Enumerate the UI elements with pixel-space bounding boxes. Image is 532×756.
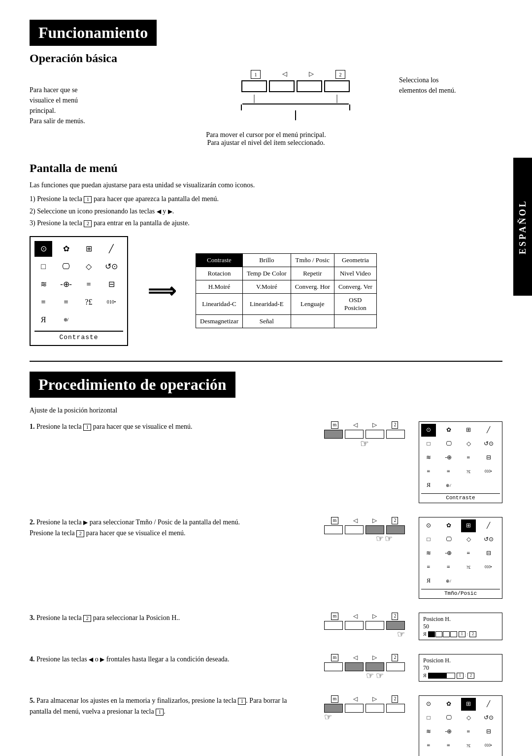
pantalla-menu: Pantalla de menú Las funciones que pueda… — [30, 162, 502, 346]
proc-section-title: Procedimiento de operación — [30, 372, 235, 398]
s2i-3: ⊞ — [461, 519, 476, 532]
s2i-13: ≡ — [421, 561, 436, 574]
s2i-10: -⊕ — [441, 547, 456, 560]
s4-btn2 — [345, 662, 364, 671]
s2i-12: ⊟ — [481, 547, 496, 560]
s2i-11: ≡ — [461, 547, 476, 560]
btn-label-right: ▷ — [309, 70, 314, 79]
si-15: ?£ — [461, 465, 476, 478]
s5i-3: ⊞ — [461, 698, 476, 711]
ctrl-btn-1[interactable] — [241, 80, 267, 92]
icon-adjust: -⊕- — [57, 276, 75, 292]
slider-3-value: 50 — [423, 623, 498, 630]
table-cell-0-0: Contraste — [196, 254, 243, 267]
left-line2: visualice el menú — [30, 95, 197, 105]
step-2-text: 2) Seleccione un icono presionando las t… — [30, 206, 502, 217]
s5-btn4 — [386, 704, 405, 713]
s2i-6: 🖵 — [441, 533, 456, 546]
s2i-2: ✿ — [441, 519, 456, 532]
s5i-20 — [481, 753, 496, 756]
ctrl-btn-2[interactable] — [324, 80, 350, 92]
s2i-5: □ — [421, 533, 436, 546]
section-divider — [30, 361, 502, 362]
icon-eq1: ≡ — [34, 294, 52, 310]
si-17: Я — [421, 479, 436, 492]
s5i-9: ≋ — [421, 725, 436, 738]
menu-icon-box: ⊙ ✿ ⊞ ╱ □ 🖵 ◇ ↺⊙ ≋ -⊕- ≡ ⊟ — [30, 236, 128, 346]
demo-arrow: ⟹ — [148, 279, 176, 303]
si-2: ✿ — [441, 424, 456, 437]
si-14: ≡ — [441, 465, 456, 478]
table-cell-0-1: Brillo — [242, 254, 291, 267]
btn-label-1: 1 — [251, 70, 261, 79]
s5i-17: Я — [421, 753, 436, 756]
s2-btn1 — [324, 525, 343, 534]
s2i-18: ⊕/ — [441, 575, 456, 587]
slider-3-title: Posicion H. — [423, 616, 498, 623]
step-1-text: 1) Presione la tecla 1 para hacer que ap… — [30, 194, 502, 205]
table-cell-4-3 — [334, 315, 376, 328]
table-cell-3-2: Lenguaje — [291, 294, 334, 315]
menu-table: Contraste Brillo Tmño / Posic Geometria … — [196, 253, 377, 328]
step-1-btn-diag: m ◁ ▷ 2 ☞ — [320, 421, 409, 449]
s2i-4: ╱ — [481, 519, 496, 532]
s5i-15: ?£ — [461, 739, 476, 752]
small-icon-grid-5: ⊙ ✿ ⊞ ╱ □ 🖵 ◇ ↺⊙ ≋ -⊕ ≡ ⊟ ≡ ≡ ?£ 010• Я — [421, 698, 500, 756]
ctrl-btn-right[interactable] — [297, 80, 322, 92]
s5i-8: ↺⊙ — [481, 712, 496, 724]
step-2-text: 2. Presione la tecla ▶ para seleccionar … — [30, 517, 310, 539]
table-cell-1-2: Repetir — [291, 267, 334, 280]
slider-4-value: 70 — [423, 664, 498, 672]
right-line2: elementos del menú. — [399, 85, 502, 96]
icon-lang: Я — [34, 312, 52, 328]
icon-io: ↺⊙ — [102, 259, 120, 275]
pantalla-menu-title: Pantalla de menú — [30, 162, 502, 175]
table-cell-2-0: H.Moiré — [196, 280, 243, 294]
s5i-13: ≡ — [421, 739, 436, 752]
s1-finger: ☞ — [360, 438, 369, 449]
table-cell-1-1: Temp De Color — [242, 267, 291, 280]
table-cell-1-0: Rotacion — [196, 267, 243, 280]
step-3-slider: Posicion H. 50 Я 1 : 2 — [419, 613, 502, 640]
s5i-19 — [461, 753, 476, 756]
table-cell-3-0: Linearidad-C — [196, 294, 243, 315]
si-10: -⊕ — [441, 451, 456, 464]
icon-brightness: ✿ — [57, 241, 75, 257]
proc-intro: Ajuste de la posición horizontal — [30, 407, 502, 414]
s2i-19 — [461, 575, 476, 587]
s5i-6: 🖵 — [441, 712, 456, 724]
s3-btn1 — [324, 621, 343, 630]
caption-area: Para mover el cursor por el menú princip… — [30, 131, 502, 147]
step-5-btn-diag: m ◁ ▷ 2 ☞ — [320, 695, 409, 722]
table-cell-2-2: Converg. Hor — [291, 280, 334, 294]
si-19 — [461, 479, 476, 492]
small-icon-grid-2: ⊙ ✿ ⊞ ╱ □ 🖵 ◇ ↺⊙ ≋ -⊕ ≡ ⊟ ≡ ≡ ?£ 010• Я — [421, 519, 500, 587]
s5i-2: ✿ — [441, 698, 456, 711]
step-2: 2. Presione la tecla ▶ para seleccionar … — [30, 517, 502, 599]
s2i-8: ↺⊙ — [481, 533, 496, 546]
s5i-11: ≡ — [461, 725, 476, 738]
s5i-18: ⊕/ — [441, 753, 456, 756]
icon-osd: ⊕/ — [57, 312, 75, 328]
step-4-slider: Posicion H. 70 Я 1 : 2 — [419, 654, 502, 682]
step-4: 4. Presione las teclas ◀ o ▶ frontales h… — [30, 654, 502, 682]
s3-btn3 — [366, 621, 384, 630]
diagram-center: 1 ◁ ▷ 2 | — [197, 70, 394, 120]
s2i-9: ≋ — [421, 547, 436, 560]
s5i-5: □ — [421, 712, 436, 724]
s1-btn1 — [324, 430, 343, 439]
s4-btn1 — [324, 662, 343, 671]
step-3-text: 3. Presione la tecla 2 para seleccionar … — [30, 613, 310, 623]
operacion-basica: Operación básica Para hacer que se visua… — [30, 52, 502, 147]
step-5: 5. Para almacenar los ajustes en la memo… — [30, 695, 502, 756]
ctrl-btn-left[interactable] — [269, 80, 295, 92]
table-cell-3-3: OSDPosicion — [334, 294, 376, 315]
table-cell-2-1: V.Moiré — [242, 280, 291, 294]
left-line1: Para hacer que se — [30, 85, 197, 95]
step-4-btn-diag: m ◁ ▷ 2 ☞ ☞ — [320, 654, 409, 681]
si-12: ⊟ — [481, 451, 496, 464]
icon-eq2: ≡ — [57, 294, 75, 310]
si-13: ≡ — [421, 465, 436, 478]
table-cell-3-1: Linearidad-E — [242, 294, 291, 315]
icon-num: 010• — [102, 294, 120, 310]
